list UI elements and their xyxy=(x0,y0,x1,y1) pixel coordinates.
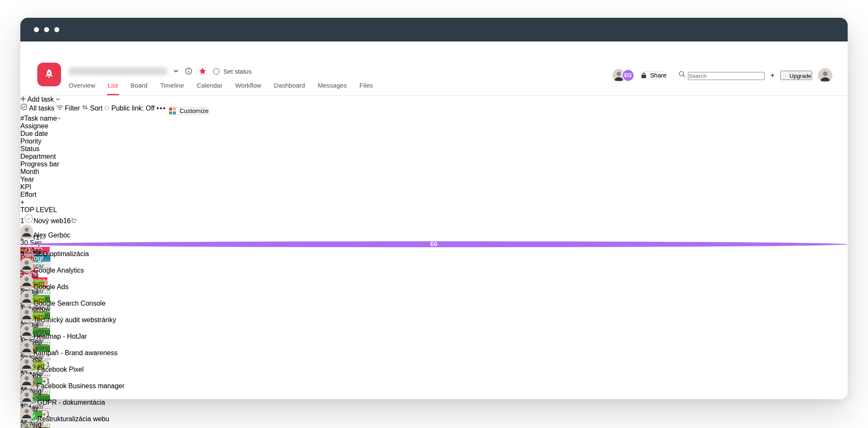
task-name[interactable]: Facebook Business manager xyxy=(37,382,125,389)
tab-dashboard[interactable]: Dashboard xyxy=(274,82,305,95)
task-cell[interactable]: 7Technický audit webstránky xyxy=(20,313,848,324)
column-header-status[interactable]: Status xyxy=(20,145,848,153)
assignee-cell[interactable]: EG xyxy=(20,241,848,247)
task-cell[interactable]: 9Kampaň - Brand awareness xyxy=(20,346,848,357)
task-row[interactable]: 10Facebook Pixel25 AugLowNot star…Mark…+… xyxy=(20,362,848,379)
task-check-icon[interactable] xyxy=(24,247,33,256)
task-name[interactable]: Heatmap - HotJar xyxy=(33,333,87,340)
section-header[interactable]: TOP LEVEL xyxy=(20,206,848,214)
task-cell[interactable]: 8Heatmap - HotJar xyxy=(20,329,848,340)
tab-calendar[interactable]: Calendar xyxy=(197,82,223,95)
column-header-progress-bar[interactable]: Progress bar xyxy=(20,160,848,168)
task-cell[interactable]: 4Google Analytics xyxy=(20,263,848,274)
project-tabs: OverviewListBoardTimelineCalendarWorkflo… xyxy=(69,82,373,95)
search-box[interactable] xyxy=(679,71,764,80)
column-header-department[interactable]: Department xyxy=(20,153,848,160)
quick-add-button[interactable]: + xyxy=(771,72,774,79)
tab-board[interactable]: Board xyxy=(131,82,147,95)
more-options-button[interactable]: ••• xyxy=(156,105,169,112)
task-cell[interactable]: 5Google Ads xyxy=(20,280,848,291)
tab-workflow[interactable]: Workflow xyxy=(235,82,261,95)
task-row[interactable]: 1Nový web16Alex Gerbóc30 SepULTR…In prog… xyxy=(20,214,848,230)
assignee-avatar-photo xyxy=(20,314,33,320)
favorite-star-icon[interactable] xyxy=(198,67,207,75)
task-name[interactable]: Technický audit webstránky xyxy=(33,316,116,323)
column-header-year[interactable]: Year xyxy=(20,176,848,183)
task-name[interactable]: Nový web xyxy=(33,217,63,224)
tab-list[interactable]: List xyxy=(108,82,118,95)
add-task-dropdown[interactable] xyxy=(56,96,60,103)
user-avatar[interactable] xyxy=(818,68,832,83)
member-avatars[interactable]: EG xyxy=(612,69,634,82)
task-name[interactable]: Kampaň - Brand awareness xyxy=(33,349,117,356)
column-header-effort[interactable]: Effort xyxy=(20,191,848,199)
assignee-avatar xyxy=(20,413,33,420)
task-cell[interactable]: 11Facebook Business manager xyxy=(20,379,848,390)
customize-grid-icon xyxy=(169,108,176,114)
comment-count: 1 xyxy=(36,234,39,241)
add-task-button[interactable]: Add task xyxy=(20,96,848,103)
column-header-assignee[interactable]: Assignee xyxy=(20,122,848,130)
customize-label: Customize xyxy=(179,108,209,114)
task-cell[interactable]: 12GDPR - dokumentácia xyxy=(20,395,848,406)
chevron-down-icon xyxy=(56,97,60,102)
assignee-cell[interactable] xyxy=(20,423,848,428)
task-name[interactable]: Facebook Pixel xyxy=(37,366,83,373)
task-cell[interactable]: 3SEO optimalizácia xyxy=(20,247,848,258)
task-name[interactable]: GDPR - dokumentácia xyxy=(37,399,105,406)
task-name[interactable]: Reštrukturalizácia webu xyxy=(37,415,109,422)
window-control-dot[interactable] xyxy=(44,27,49,32)
assignee-avatar-photo xyxy=(20,347,33,353)
task-name[interactable]: Google Ads xyxy=(33,283,69,290)
comments-icon xyxy=(39,233,46,240)
set-status-button[interactable]: Set status xyxy=(213,68,252,75)
filter-button[interactable]: Filter xyxy=(56,105,82,112)
task-cell[interactable]: 2r1 xyxy=(20,230,848,241)
task-row[interactable]: 8Heatmap - HotJar23 SepMediumNot star…Ma… xyxy=(20,329,848,346)
task-row[interactable]: 5Google AdsTomorrowMediumNot star…Market… xyxy=(20,280,848,296)
upgrade-button[interactable]: Upgrade xyxy=(780,71,812,80)
column-header-priority[interactable]: Priority xyxy=(20,138,848,145)
tab-timeline[interactable]: Timeline xyxy=(160,82,184,95)
tab-overview[interactable]: Overview xyxy=(69,82,95,95)
task-row[interactable]: 9Kampaň - Brand awareness24 NovHighNot s… xyxy=(20,346,848,362)
column-header-tasks[interactable]: #Task name xyxy=(20,115,848,122)
task-row[interactable]: 12GDPR - dokumentácia25 AugULTR…Not star… xyxy=(20,395,848,412)
info-icon[interactable] xyxy=(185,67,192,75)
public-link-toggle[interactable]: Public link: Off xyxy=(104,105,156,112)
task-check-icon[interactable] xyxy=(24,214,33,223)
all-tasks-filter[interactable]: All tasks xyxy=(20,105,56,112)
task-row[interactable]: 3SEO optimalizácia27 JulMediumNot star…M… xyxy=(20,247,848,263)
task-cell[interactable]: 6Google Search Console xyxy=(20,296,848,307)
tab-files[interactable]: Files xyxy=(359,82,373,95)
task-cell[interactable]: 1Nový web16 xyxy=(20,214,848,225)
task-name[interactable]: SEO optimalizácia xyxy=(33,250,89,257)
task-name[interactable]: Google Search Console xyxy=(33,300,106,307)
window-control-dot[interactable] xyxy=(54,27,59,32)
row-number: 3 xyxy=(20,250,24,257)
column-header-due-date[interactable]: Due date xyxy=(20,130,848,138)
column-header--[interactable]: + xyxy=(20,199,848,206)
task-row[interactable]: 6Google Search Console26 JulLowNot star…… xyxy=(20,296,848,313)
task-row[interactable]: 11Facebook Business managerTodayHighNot … xyxy=(20,379,848,395)
window-control-dot[interactable] xyxy=(34,27,39,32)
task-cell[interactable]: 10Facebook Pixel xyxy=(20,362,848,373)
tab-messages[interactable]: Messages xyxy=(318,82,347,95)
column-header-month[interactable]: Month xyxy=(20,168,848,176)
assignee-avatar xyxy=(20,265,33,272)
task-row[interactable]: 7Technický audit webstránky15 SepHighNot… xyxy=(20,313,848,329)
chevron-down-icon[interactable] xyxy=(57,115,61,122)
task-name[interactable]: Google Analytics xyxy=(33,267,84,274)
project-icon[interactable] xyxy=(37,63,61,86)
column-header-kpi[interactable]: KPI xyxy=(20,183,848,191)
task-row[interactable]: 13Reštrukturalizácia webu25 Dec, 2021 – … xyxy=(20,412,848,428)
task-cell[interactable]: 13Reštrukturalizácia webu xyxy=(20,412,848,423)
title-dropdown-chevron-icon[interactable] xyxy=(173,68,179,74)
task-row[interactable]: 2r1EG29 SepHighNot star…Sales0%February2… xyxy=(20,230,848,247)
customize-button[interactable]: Customize xyxy=(169,107,209,115)
search-input[interactable] xyxy=(688,72,765,80)
share-button[interactable]: Share xyxy=(640,72,667,79)
sort-button[interactable]: Sort xyxy=(82,105,104,112)
project-title-redacted xyxy=(69,67,167,75)
task-row[interactable]: 4Google Analytics23 JulMediumNot star…Ma… xyxy=(20,263,848,280)
